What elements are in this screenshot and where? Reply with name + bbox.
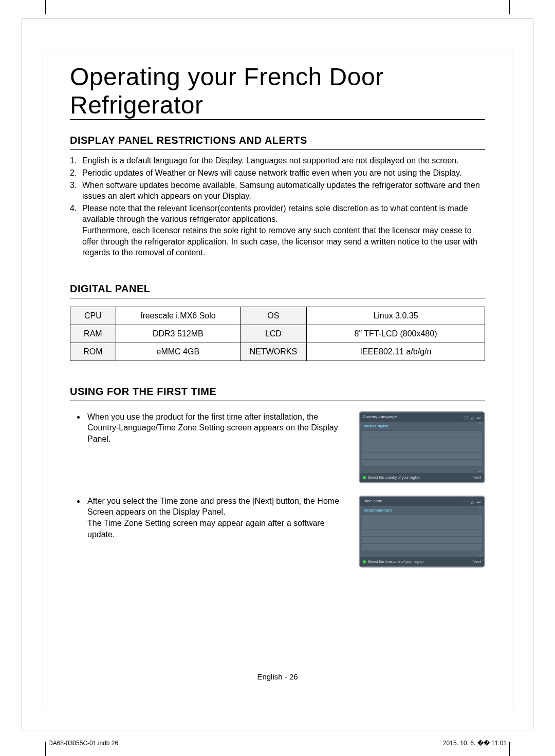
table-row: ROM eMMC 4GB NETWORKS IEEE802.11 a/b/g/n: [70, 343, 485, 361]
status-dot-icon: [363, 560, 366, 563]
alert-item: Please note that the relevant licensor(c…: [82, 203, 485, 258]
spec-value: DDR3 512MB: [116, 325, 240, 343]
alerts-list: English is a default language for the Di…: [70, 155, 485, 258]
chevron-down-icon: ⌄: [478, 468, 482, 473]
alert-item: English is a default language for the Di…: [82, 155, 485, 166]
table-row: CPU freescale i.MX6 Solo OS Linux 3.0.35: [70, 307, 485, 325]
print-timestamp: 2015. 10. 6. �� 11:01: [443, 740, 507, 747]
print-footer: DA68-03055C-01.indb 26 2015. 10. 6. �� 1…: [48, 740, 507, 747]
first-time-bullet: When you use the product for the first t…: [70, 411, 348, 483]
panel-icons: ⬚⌂↩: [460, 412, 481, 422]
list-item: After you select the Time zone and press…: [85, 496, 348, 540]
spec-label: OS: [240, 307, 306, 325]
outer-crop-frame: Operating your French Door Refrigerator …: [22, 18, 533, 730]
country-language-screenshot: Country-Language ⬚⌂↩ Israel English ⌃⌄ S…: [359, 411, 485, 483]
section-heading-first-time: USING FOR THE FIRST TIME: [70, 386, 485, 401]
spec-value: Linux 3.0.35: [306, 307, 485, 325]
spec-label: RAM: [70, 325, 116, 343]
home-icon: ⌂: [471, 500, 474, 505]
panel-selected-item: Israel Standard: [360, 506, 484, 515]
back-icon: ↩: [477, 415, 481, 421]
spec-label: ROM: [70, 343, 116, 361]
section-heading-digital-panel: DIGITAL PANEL: [70, 283, 485, 298]
back-icon: ↩: [477, 500, 481, 505]
panel-icons: ⬚⌂↩: [460, 497, 481, 506]
panel-selected-item: Israel English: [360, 422, 484, 431]
spec-label: LCD: [240, 325, 306, 343]
panel-title: Country-Language: [363, 414, 460, 419]
first-time-bullet: After you select the Time zone and press…: [70, 496, 348, 568]
page-frame: Operating your French Door Refrigerator …: [43, 50, 512, 709]
chapter-title: Operating your French Door Refrigerator: [70, 63, 485, 120]
page-footer-center: English - 26: [43, 672, 512, 681]
spec-label: CPU: [70, 307, 116, 325]
panel-footer-text: Select the country of your region.: [368, 476, 473, 479]
spec-table: CPU freescale i.MX6 Solo OS Linux 3.0.35…: [70, 307, 485, 361]
panel-title: Time Zone: [363, 499, 460, 503]
alert-item: Periodic updates of Weather or News will…: [82, 167, 485, 179]
spec-value: 8" TFT-LCD (800x480): [306, 325, 485, 343]
next-button-label: Next: [473, 559, 481, 564]
chevron-up-icon: ⌃: [478, 506, 482, 511]
time-zone-screenshot: Time Zone ⬚⌂↩ Israel Standard ⌃⌄ Select …: [359, 496, 485, 568]
spec-value: freescale i.MX6 Solo: [116, 307, 240, 325]
spec-value: IEEE802.11 a/b/g/n: [306, 343, 485, 361]
spec-value: eMMC 4GB: [116, 343, 240, 361]
chevron-down-icon: ⌄: [478, 552, 482, 557]
chevron-up-icon: ⌃: [478, 422, 482, 427]
status-dot-icon: [363, 476, 366, 479]
widget-icon: ⬚: [464, 415, 468, 421]
next-button-label: Next: [473, 475, 481, 480]
list-item: When you use the product for the first t…: [85, 411, 348, 445]
panel-footer-text: Select the time zone of your region.: [368, 560, 473, 563]
print-file-id: DA68-03055C-01.indb 26: [48, 740, 118, 747]
section-heading-alerts: DISPLAY PANEL RESTRICTIONS AND ALERTS: [70, 135, 485, 150]
table-row: RAM DDR3 512MB LCD 8" TFT-LCD (800x480): [70, 325, 485, 343]
spec-label: NETWORKS: [240, 343, 306, 361]
alert-item: When software updates become available, …: [82, 180, 485, 202]
widget-icon: ⬚: [464, 500, 468, 505]
home-icon: ⌂: [471, 415, 474, 421]
